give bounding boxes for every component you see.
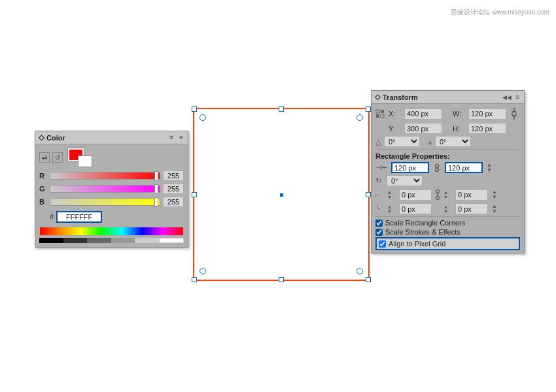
corner-bl-input[interactable] (399, 203, 432, 214)
r-value: 255 (163, 171, 184, 181)
y-label: Y: (389, 125, 402, 133)
b-label: B (39, 198, 47, 206)
radius-handle-bl[interactable] (200, 268, 206, 274)
scale-corners-checkbox[interactable] (375, 220, 383, 227)
hex-input[interactable] (56, 211, 102, 223)
fg-bg-swatches[interactable] (68, 148, 92, 167)
g-slider-thumb[interactable] (154, 184, 158, 193)
transform-title-text: Transform (383, 93, 418, 101)
r-slider-row: R 255 (39, 171, 184, 181)
rect-h-arrows[interactable]: ▲ ▼ (487, 163, 492, 173)
handle-tl[interactable] (192, 106, 197, 112)
color-rainbow-bar[interactable] (39, 227, 184, 236)
r-label: R (39, 172, 47, 180)
radius-handle-br[interactable] (356, 268, 363, 274)
w-input[interactable] (468, 108, 506, 120)
w-label: W: (453, 110, 466, 118)
scale-corners-label: Scale Rectangle Corners (385, 219, 465, 227)
corner-br-input[interactable] (455, 203, 488, 214)
color-swatch-row: ⇄ ↺ (39, 148, 184, 167)
g-label: G (39, 185, 47, 193)
center-handle (280, 193, 283, 197)
align-grid-checkbox[interactable] (379, 240, 386, 248)
b-slider-thumb[interactable] (154, 197, 158, 206)
svg-point-5 (436, 164, 439, 167)
svg-rect-1 (381, 110, 384, 113)
scale-strokes-checkbox[interactable] (375, 229, 383, 236)
rotate-input[interactable]: 0° 90° 180° 270° (384, 136, 420, 147)
corner-rotate-row: ↻ 0° (375, 175, 520, 186)
color-menu-btn[interactable]: ≡ (178, 134, 184, 141)
corner-rotate-select[interactable]: 0° (387, 175, 423, 186)
rect-props-label: Rectangle Properties: (375, 152, 520, 160)
handle-bl[interactable] (192, 277, 197, 282)
rect-w-input[interactable] (391, 162, 429, 173)
color-swatch-strip[interactable] (39, 238, 184, 243)
corner-tl-input[interactable] (399, 189, 432, 201)
reset-btn[interactable]: ↺ (52, 152, 63, 163)
shear-icon: ⟁ (428, 137, 432, 146)
transform-title-icon: ◇ (375, 93, 380, 101)
color-title-icon: ◇ (39, 133, 44, 142)
hex-label: # (50, 213, 54, 221)
corner-tr-input[interactable] (455, 189, 488, 201)
radius-handle-tl[interactable] (200, 114, 206, 121)
corner-bl-spinner[interactable]: ▲ ▼ (387, 204, 396, 214)
shear-input[interactable]: 0° (435, 136, 471, 147)
selected-rectangle[interactable] (193, 108, 370, 281)
scale-corners-row: Scale Rectangle Corners (375, 219, 520, 227)
chain-middle-icon (434, 188, 441, 201)
radius-handle-tr[interactable] (356, 114, 363, 121)
corner-tr-spinner[interactable]: ▲ ▼ (443, 190, 453, 199)
separator-1 (375, 149, 520, 150)
corner-bl-icon: └ (375, 205, 385, 212)
corner-tr-end-arrows[interactable]: ▲ ▼ (492, 189, 497, 200)
rect-h-input[interactable] (445, 162, 483, 173)
transform-menu-btn[interactable]: ≡ (514, 93, 521, 101)
corner-rotate-icon: ↻ (375, 176, 381, 185)
transform-panel: ◇ Transform ◀◀ ≡ X: W: (371, 90, 525, 253)
color-close-btn[interactable]: ✕ (167, 134, 175, 141)
rw-rh-chain (432, 163, 442, 172)
handle-br[interactable] (366, 277, 371, 282)
handle-bc[interactable] (279, 277, 284, 282)
corner-br-spinner[interactable]: ▲ ▼ (443, 204, 453, 214)
align-grid-row[interactable]: Align to Pixel Grid (375, 237, 520, 250)
xw-row: X: W: (375, 106, 520, 121)
y-input[interactable] (404, 123, 442, 134)
background-swatch[interactable] (78, 156, 92, 167)
g-slider-track[interactable] (50, 185, 160, 193)
transform-collapse-arrows[interactable]: ◀◀ (502, 94, 512, 101)
scale-strokes-label: Scale Strokes & Effects (385, 228, 460, 236)
corner-br-end-arrows[interactable]: ▲ ▼ (492, 204, 497, 214)
r-slider-thumb[interactable] (154, 171, 158, 180)
handle-tr[interactable] (366, 106, 371, 112)
corner-radius-row2: └ ▲ ▼ ▲ ▼ ▲ ▼ (375, 203, 520, 214)
corner-tl-icon: ⌐ (375, 191, 385, 199)
rw-rh-row: ⊣⊢ ▲ ▼ (375, 162, 520, 173)
svg-rect-2 (376, 114, 379, 118)
svg-point-8 (436, 190, 440, 193)
corner-tl-spinner[interactable]: ▲ ▼ (387, 190, 396, 199)
yh-icon-spacer (375, 124, 385, 133)
handle-mr[interactable] (366, 192, 371, 197)
x-input[interactable] (404, 108, 442, 120)
handle-ml[interactable] (192, 192, 197, 197)
transform-content: X: W: Y: H: △ (372, 104, 524, 253)
h-input[interactable] (468, 123, 506, 134)
color-title-text: Color (46, 134, 65, 142)
b-slider-track[interactable] (50, 198, 160, 206)
color-panel-controls: ✕ ≡ (167, 134, 184, 141)
canvas-area (193, 108, 370, 281)
handle-tc[interactable] (279, 106, 284, 112)
r-slider-track[interactable] (50, 172, 160, 180)
swap-btn[interactable]: ⇄ (39, 152, 50, 163)
rect-wh-icon: ⊣⊢ (375, 164, 387, 171)
align-grid-label: Align to Pixel Grid (389, 240, 445, 248)
wh-chain-icon (509, 106, 519, 121)
transform-panel-title: ◇ Transform (375, 93, 418, 101)
color-panel: ◇ Color ✕ ≡ ⇄ ↺ R 255 G (35, 131, 188, 248)
transform-panel-titlebar: ◇ Transform ◀◀ ≡ (372, 91, 524, 104)
svg-point-6 (436, 168, 439, 171)
rotate-shear-row: △ 0° 90° 180° 270° ⟁ 0° (375, 136, 520, 147)
